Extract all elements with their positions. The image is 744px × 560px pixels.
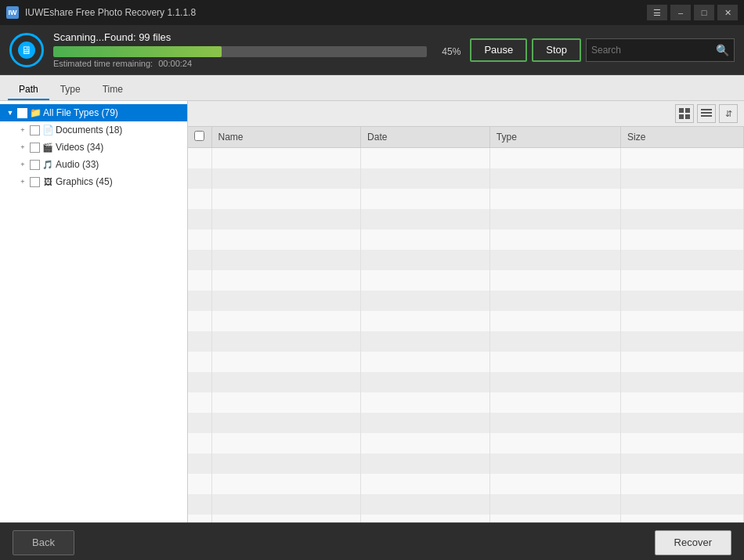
scan-buttons: Pause Stop 🔍 [470, 38, 735, 62]
svg-rect-2 [679, 114, 684, 119]
table-row [188, 229, 744, 250]
main-area: Path Type Time ▼ 📁 All File Types (79) +… [0, 75, 744, 522]
svg-rect-6 [701, 115, 712, 117]
app-icon: IW [6, 6, 19, 19]
tree-checkbox-audio[interactable] [30, 160, 40, 170]
table-row [188, 209, 744, 229]
file-list-table: Name Date Type Size [188, 127, 744, 522]
table-row [188, 413, 744, 433]
table-row [188, 433, 744, 453]
col-checkbox[interactable] [188, 127, 211, 148]
monitor-icon: 🖥 [21, 44, 32, 56]
col-date[interactable]: Date [361, 127, 490, 148]
maximize-button[interactable]: □ [694, 5, 714, 20]
table-row [188, 291, 744, 311]
file-table: Name Date Type Size [188, 127, 744, 522]
tree-expand-all: ▼ [5, 107, 16, 118]
table-row [188, 494, 744, 515]
title-bar-left: IW IUWEshare Free Photo Recovery 1.1.1.8 [6, 6, 196, 19]
close-button[interactable]: ✕ [717, 5, 738, 20]
tab-type[interactable]: Type [49, 80, 92, 100]
tree-expand-videos: + [17, 142, 28, 153]
search-input[interactable] [591, 45, 713, 56]
list-icon [701, 108, 712, 119]
scan-header: 🖥 Scanning...Found: 99 files 45% Estimat… [0, 25, 744, 75]
view-list-button[interactable] [697, 104, 716, 123]
tree-icon-audio: 🎵 [42, 158, 54, 171]
tree-panel: ▼ 📁 All File Types (79) + 📄 Documents (1… [0, 101, 188, 522]
table-row [188, 352, 744, 372]
col-type[interactable]: Type [489, 127, 620, 148]
pause-button[interactable]: Pause [470, 38, 527, 62]
col-name[interactable]: Name [211, 127, 361, 148]
tree-label-audio: Audio (33) [56, 159, 182, 170]
recover-button[interactable]: Recover [655, 530, 731, 555]
tree-label-documents: Documents (18) [56, 125, 182, 135]
tab-path[interactable]: Path [8, 80, 49, 100]
search-box-container: 🔍 [586, 38, 735, 62]
scan-icon-inner: 🖥 [18, 42, 35, 59]
progress-row: 45% [53, 46, 460, 57]
scan-icon: 🖥 [9, 33, 44, 67]
minimize-button[interactable]: – [670, 5, 691, 20]
sort-button[interactable]: ⇵ [719, 104, 738, 123]
tab-time[interactable]: Time [92, 80, 134, 100]
view-grid-button[interactable] [675, 104, 694, 123]
tree-label-graphics: Graphics (45) [56, 176, 182, 187]
progress-bar-fill [53, 46, 222, 57]
title-bar-controls: ☰ – □ ✕ [647, 5, 738, 20]
col-size[interactable]: Size [621, 127, 744, 148]
sort-icon: ⇵ [725, 109, 732, 119]
tree-icon-graphics: 🖼 [42, 175, 54, 188]
tree-checkbox-graphics[interactable] [30, 177, 40, 187]
tree-item-audio[interactable]: + 🎵 Audio (33) [0, 156, 187, 173]
progress-percent: 45% [433, 46, 460, 57]
select-all-checkbox[interactable] [194, 131, 204, 141]
table-row [188, 148, 744, 168]
table-row [188, 311, 744, 331]
table-row [188, 250, 744, 270]
tab-bar: Path Type Time [0, 75, 744, 101]
tree-item-documents[interactable]: + 📄 Documents (18) [0, 121, 187, 139]
menu-button[interactable]: ☰ [647, 5, 667, 20]
stop-button[interactable]: Stop [532, 38, 581, 62]
table-row [188, 168, 744, 189]
svg-rect-4 [701, 109, 712, 110]
table-row [188, 189, 744, 209]
search-icon: 🔍 [716, 44, 729, 56]
table-row [188, 270, 744, 291]
bottom-bar: Back Recover [0, 522, 744, 560]
app-title: IUWEshare Free Photo Recovery 1.1.1.8 [25, 7, 196, 18]
svg-rect-3 [685, 114, 690, 119]
tree-label-videos: Videos (34) [56, 142, 182, 153]
estimated-time: 00:00:24 [158, 59, 192, 68]
tree-label-all: All File Types (79) [43, 107, 182, 118]
file-toolbar: ⇵ [188, 101, 744, 127]
table-row [188, 474, 744, 494]
tree-icon-all: 📁 [29, 107, 42, 119]
table-row [188, 372, 744, 392]
tree-expand-documents: + [17, 125, 28, 135]
tree-checkbox-all[interactable] [17, 108, 27, 118]
tree-icon-videos: 🎬 [42, 141, 54, 154]
table-row [188, 392, 744, 413]
scan-status-text: Scanning...Found: 99 files [53, 31, 460, 43]
tree-expand-graphics: + [17, 176, 28, 187]
tree-item-graphics[interactable]: + 🖼 Graphics (45) [0, 173, 187, 190]
table-row [188, 515, 744, 523]
table-header: Name Date Type Size [188, 127, 744, 148]
tree-expand-audio: + [17, 159, 28, 170]
svg-rect-5 [701, 112, 712, 114]
progress-bar-bg [53, 46, 427, 57]
file-panel: ⇵ Name Date [188, 101, 744, 522]
grid-icon [679, 108, 690, 119]
tree-icon-documents: 📄 [42, 124, 54, 136]
file-tbody [188, 148, 744, 523]
tree-checkbox-documents[interactable] [30, 125, 40, 135]
estimated-label: Estimated time remaining: [53, 59, 153, 68]
tree-checkbox-videos[interactable] [30, 143, 40, 153]
back-button[interactable]: Back [13, 530, 74, 555]
content-split: ▼ 📁 All File Types (79) + 📄 Documents (1… [0, 101, 744, 522]
tree-item-videos[interactable]: + 🎬 Videos (34) [0, 139, 187, 156]
tree-item-all[interactable]: ▼ 📁 All File Types (79) [0, 104, 187, 121]
